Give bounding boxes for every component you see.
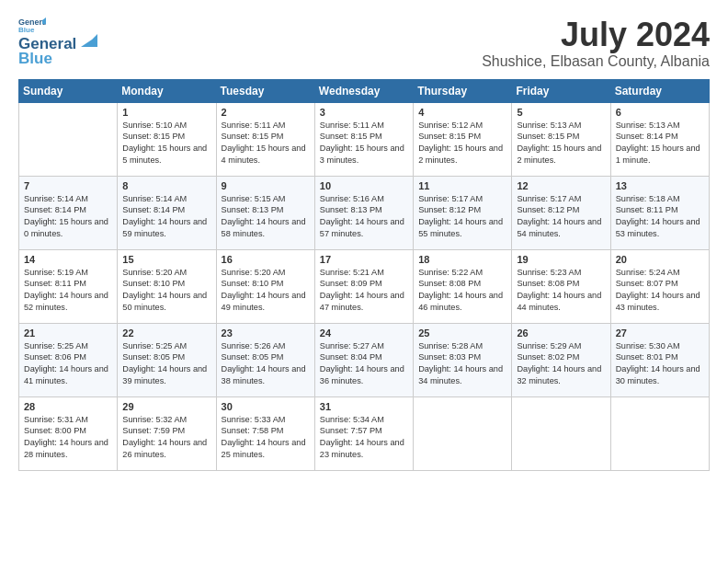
sunset-text: Sunset: 8:11 PM — [616, 205, 678, 214]
sunrise-text: Sunrise: 5:25 AM — [122, 341, 187, 350]
sunrise-text: Sunrise: 5:33 AM — [222, 415, 286, 424]
sunrise-text: Sunrise: 5:31 AM — [24, 415, 88, 424]
sunrise-text: Sunrise: 5:20 AM — [222, 268, 286, 277]
day-info: Sunrise: 5:34 AM Sunset: 7:57 PM Dayligh… — [320, 414, 408, 462]
day-info: Sunrise: 5:25 AM Sunset: 8:06 PM Dayligh… — [24, 340, 112, 388]
daylight-text: Daylight: 14 hours and 59 minutes. — [122, 217, 207, 238]
day-info: Sunrise: 5:10 AM Sunset: 8:15 PM Dayligh… — [122, 120, 210, 167]
table-row: 1 Sunrise: 5:10 AM Sunset: 8:15 PM Dayli… — [118, 102, 216, 176]
table-row: 26 Sunrise: 5:29 AM Sunset: 8:02 PM Dayl… — [512, 323, 610, 396]
daylight-text: Daylight: 14 hours and 47 minutes. — [320, 291, 404, 312]
day-info: Sunrise: 5:15 AM Sunset: 8:13 PM Dayligh… — [222, 193, 310, 241]
table-row: 23 Sunrise: 5:26 AM Sunset: 8:05 PM Dayl… — [216, 323, 314, 396]
sunset-text: Sunset: 8:15 PM — [122, 132, 185, 141]
table-row — [414, 396, 512, 470]
logo: General Blue General Blue — [18, 17, 97, 68]
svg-text:Blue: Blue — [18, 26, 35, 33]
location-subtitle: Shushice, Elbasan County, Albania — [482, 53, 710, 70]
day-number: 11 — [418, 180, 506, 191]
sunset-text: Sunset: 8:14 PM — [122, 205, 185, 214]
day-number: 29 — [122, 401, 210, 412]
daylight-text: Daylight: 15 hours and 1 minute. — [616, 144, 700, 165]
sunrise-text: Sunrise: 5:21 AM — [320, 268, 384, 277]
day-info: Sunrise: 5:17 AM Sunset: 8:12 PM Dayligh… — [517, 193, 605, 241]
sunrise-text: Sunrise: 5:23 AM — [517, 268, 581, 277]
calendar-week-row: 21 Sunrise: 5:25 AM Sunset: 8:06 PM Dayl… — [19, 323, 710, 396]
daylight-text: Daylight: 14 hours and 25 minutes. — [222, 438, 306, 459]
sunset-text: Sunset: 8:04 PM — [320, 352, 382, 362]
table-row: 21 Sunrise: 5:25 AM Sunset: 8:06 PM Dayl… — [19, 323, 118, 396]
sunrise-text: Sunrise: 5:13 AM — [517, 121, 581, 130]
sunset-text: Sunset: 7:58 PM — [222, 426, 284, 435]
calendar-week-row: 28 Sunrise: 5:31 AM Sunset: 8:00 PM Dayl… — [19, 396, 710, 470]
header-tuesday: Tuesday — [216, 79, 314, 102]
table-row: 29 Sunrise: 5:32 AM Sunset: 7:59 PM Dayl… — [118, 396, 216, 470]
daylight-text: Daylight: 14 hours and 28 minutes. — [24, 438, 108, 459]
day-number: 2 — [222, 107, 310, 118]
table-row: 19 Sunrise: 5:23 AM Sunset: 8:08 PM Dayl… — [512, 249, 610, 323]
table-row: 28 Sunrise: 5:31 AM Sunset: 8:00 PM Dayl… — [19, 396, 118, 470]
sunrise-text: Sunrise: 5:17 AM — [517, 194, 581, 203]
daylight-text: Daylight: 14 hours and 41 minutes. — [24, 364, 108, 385]
svg-text:General: General — [18, 17, 46, 27]
table-row: 7 Sunrise: 5:14 AM Sunset: 8:14 PM Dayli… — [19, 176, 118, 249]
table-row: 27 Sunrise: 5:30 AM Sunset: 8:01 PM Dayl… — [610, 323, 709, 396]
day-number: 21 — [24, 327, 112, 339]
table-row: 13 Sunrise: 5:18 AM Sunset: 8:11 PM Dayl… — [610, 176, 709, 249]
day-info: Sunrise: 5:20 AM Sunset: 8:10 PM Dayligh… — [222, 267, 310, 315]
day-info: Sunrise: 5:14 AM Sunset: 8:14 PM Dayligh… — [24, 193, 112, 241]
table-row: 18 Sunrise: 5:22 AM Sunset: 8:08 PM Dayl… — [414, 249, 512, 323]
day-number: 15 — [122, 254, 210, 265]
day-number: 3 — [320, 107, 408, 118]
table-row — [19, 102, 118, 176]
daylight-text: Daylight: 14 hours and 58 minutes. — [222, 217, 306, 238]
day-number: 16 — [222, 254, 310, 265]
sunset-text: Sunset: 8:09 PM — [320, 279, 382, 288]
sunrise-text: Sunrise: 5:14 AM — [24, 194, 88, 203]
day-number: 4 — [418, 107, 506, 118]
sunrise-text: Sunrise: 5:10 AM — [122, 121, 187, 130]
table-row: 15 Sunrise: 5:20 AM Sunset: 8:10 PM Dayl… — [118, 249, 216, 323]
table-row: 11 Sunrise: 5:17 AM Sunset: 8:12 PM Dayl… — [414, 176, 512, 249]
day-number: 17 — [320, 254, 408, 265]
daylight-text: Daylight: 15 hours and 2 minutes. — [418, 144, 503, 165]
table-row — [610, 396, 709, 470]
calendar-header-row: Sunday Monday Tuesday Wednesday Thursday… — [19, 79, 710, 102]
table-row: 22 Sunrise: 5:25 AM Sunset: 8:05 PM Dayl… — [118, 323, 216, 396]
table-row: 3 Sunrise: 5:11 AM Sunset: 8:15 PM Dayli… — [314, 102, 413, 176]
sunset-text: Sunset: 8:03 PM — [418, 352, 481, 362]
daylight-text: Daylight: 14 hours and 30 minutes. — [616, 364, 700, 385]
sunset-text: Sunset: 8:13 PM — [222, 205, 284, 214]
day-info: Sunrise: 5:13 AM Sunset: 8:15 PM Dayligh… — [517, 120, 605, 167]
day-number: 30 — [222, 401, 310, 412]
sunset-text: Sunset: 8:15 PM — [320, 132, 382, 141]
sunrise-text: Sunrise: 5:30 AM — [616, 341, 680, 350]
sunset-text: Sunset: 8:15 PM — [418, 132, 481, 141]
sunset-text: Sunset: 8:10 PM — [122, 279, 185, 288]
daylight-text: Daylight: 14 hours and 49 minutes. — [222, 291, 306, 312]
day-number: 14 — [24, 254, 112, 265]
day-number: 25 — [418, 327, 506, 339]
table-row — [512, 396, 610, 470]
day-info: Sunrise: 5:19 AM Sunset: 8:11 PM Dayligh… — [24, 267, 112, 315]
sunset-text: Sunset: 7:57 PM — [320, 426, 382, 435]
logo-icon: General Blue — [18, 17, 46, 33]
day-number: 26 — [517, 327, 605, 339]
daylight-text: Daylight: 15 hours and 0 minutes. — [24, 217, 108, 238]
sunrise-text: Sunrise: 5:15 AM — [222, 194, 286, 203]
daylight-text: Daylight: 14 hours and 52 minutes. — [24, 291, 108, 312]
header-monday: Monday — [118, 79, 216, 102]
daylight-text: Daylight: 14 hours and 43 minutes. — [616, 291, 700, 312]
header: General Blue General Blue July 2024 Shus… — [18, 17, 710, 70]
day-info: Sunrise: 5:21 AM Sunset: 8:09 PM Dayligh… — [320, 267, 408, 315]
sunset-text: Sunset: 8:14 PM — [616, 132, 678, 141]
sunset-text: Sunset: 8:05 PM — [222, 352, 284, 362]
day-info: Sunrise: 5:13 AM Sunset: 8:14 PM Dayligh… — [616, 120, 704, 167]
daylight-text: Daylight: 14 hours and 55 minutes. — [418, 217, 503, 238]
sunrise-text: Sunrise: 5:25 AM — [24, 341, 88, 350]
daylight-text: Daylight: 14 hours and 34 minutes. — [418, 364, 503, 385]
sunrise-text: Sunrise: 5:29 AM — [517, 341, 581, 350]
sunrise-text: Sunrise: 5:26 AM — [222, 341, 286, 350]
day-info: Sunrise: 5:26 AM Sunset: 8:05 PM Dayligh… — [222, 340, 310, 388]
logo-arrow-icon — [77, 30, 97, 51]
